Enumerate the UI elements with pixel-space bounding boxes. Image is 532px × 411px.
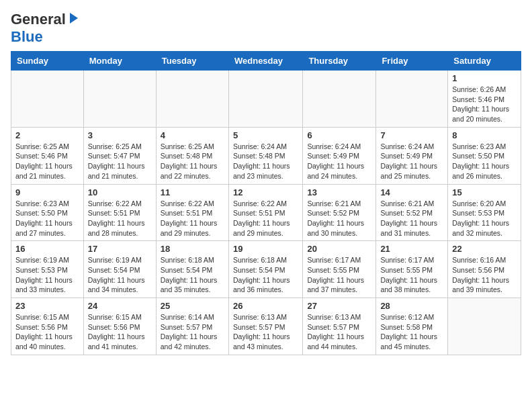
weekday-header-monday: Monday — [83, 52, 156, 71]
logo: General Blue — [11, 11, 79, 46]
calendar-cell: 1Sunrise: 6:26 AM Sunset: 5:46 PM Daylig… — [448, 71, 521, 128]
day-info: Sunrise: 6:18 AM Sunset: 5:54 PM Dayligh… — [161, 255, 224, 295]
day-number: 9 — [15, 187, 79, 197]
calendar-cell — [303, 71, 376, 128]
day-info: Sunrise: 6:24 AM Sunset: 5:49 PM Dayligh… — [380, 142, 443, 181]
calendar-cell: 14Sunrise: 6:21 AM Sunset: 5:52 PM Dayli… — [376, 184, 448, 241]
day-info: Sunrise: 6:22 AM Sunset: 5:51 PM Dayligh… — [88, 199, 152, 238]
day-number: 18 — [161, 244, 224, 254]
weekday-header-thursday: Thursday — [303, 52, 376, 71]
weekday-header-friday: Friday — [376, 52, 448, 71]
calendar-week-2: 2Sunrise: 6:25 AM Sunset: 5:46 PM Daylig… — [11, 127, 521, 184]
svg-marker-0 — [70, 13, 78, 24]
page-header: General Blue — [11, 11, 521, 46]
day-number: 8 — [452, 130, 517, 140]
calendar-cell: 12Sunrise: 6:22 AM Sunset: 5:51 PM Dayli… — [228, 184, 302, 241]
calendar-cell: 27Sunrise: 6:13 AM Sunset: 5:57 PM Dayli… — [303, 298, 376, 355]
calendar-cell: 16Sunrise: 6:19 AM Sunset: 5:53 PM Dayli… — [11, 241, 84, 298]
day-info: Sunrise: 6:23 AM Sunset: 5:50 PM Dayligh… — [452, 142, 517, 181]
calendar-cell: 5Sunrise: 6:24 AM Sunset: 5:48 PM Daylig… — [228, 127, 302, 184]
weekday-header-saturday: Saturday — [448, 52, 521, 71]
day-info: Sunrise: 6:13 AM Sunset: 5:57 PM Dayligh… — [233, 312, 298, 352]
day-number: 19 — [233, 244, 298, 254]
calendar-week-1: 1Sunrise: 6:26 AM Sunset: 5:46 PM Daylig… — [11, 71, 521, 128]
day-info: Sunrise: 6:13 AM Sunset: 5:57 PM Dayligh… — [307, 312, 371, 352]
calendar-cell — [156, 71, 228, 128]
calendar-cell: 11Sunrise: 6:22 AM Sunset: 5:51 PM Dayli… — [156, 184, 228, 241]
calendar-cell: 23Sunrise: 6:15 AM Sunset: 5:56 PM Dayli… — [11, 298, 84, 355]
weekday-header-wednesday: Wednesday — [228, 52, 302, 71]
calendar-cell: 8Sunrise: 6:23 AM Sunset: 5:50 PM Daylig… — [448, 127, 521, 184]
day-info: Sunrise: 6:17 AM Sunset: 5:55 PM Dayligh… — [380, 255, 443, 295]
day-number: 6 — [307, 130, 371, 140]
day-info: Sunrise: 6:17 AM Sunset: 5:55 PM Dayligh… — [307, 255, 371, 295]
weekday-header-tuesday: Tuesday — [156, 52, 228, 71]
day-info: Sunrise: 6:22 AM Sunset: 5:51 PM Dayligh… — [161, 199, 224, 238]
calendar-week-3: 9Sunrise: 6:23 AM Sunset: 5:50 PM Daylig… — [11, 184, 521, 241]
day-info: Sunrise: 6:22 AM Sunset: 5:51 PM Dayligh… — [233, 199, 298, 238]
day-info: Sunrise: 6:19 AM Sunset: 5:54 PM Dayligh… — [88, 255, 152, 295]
calendar-table: SundayMondayTuesdayWednesdayThursdayFrid… — [11, 51, 521, 355]
calendar-cell: 2Sunrise: 6:25 AM Sunset: 5:46 PM Daylig… — [11, 127, 84, 184]
day-info: Sunrise: 6:19 AM Sunset: 5:53 PM Dayligh… — [15, 255, 79, 295]
day-number: 27 — [307, 301, 371, 311]
day-info: Sunrise: 6:20 AM Sunset: 5:53 PM Dayligh… — [452, 199, 517, 238]
day-number: 13 — [307, 187, 371, 197]
day-info: Sunrise: 6:14 AM Sunset: 5:57 PM Dayligh… — [161, 312, 224, 352]
day-number: 22 — [452, 244, 517, 254]
day-number: 5 — [233, 130, 298, 140]
calendar-cell: 19Sunrise: 6:18 AM Sunset: 5:54 PM Dayli… — [228, 241, 302, 298]
day-number: 14 — [380, 187, 443, 197]
day-number: 23 — [15, 301, 79, 311]
day-number: 26 — [233, 301, 298, 311]
day-info: Sunrise: 6:24 AM Sunset: 5:49 PM Dayligh… — [307, 142, 371, 181]
day-number: 10 — [88, 187, 152, 197]
day-number: 1 — [452, 73, 517, 83]
day-info: Sunrise: 6:23 AM Sunset: 5:50 PM Dayligh… — [15, 199, 79, 238]
calendar-cell: 18Sunrise: 6:18 AM Sunset: 5:54 PM Dayli… — [156, 241, 228, 298]
calendar-cell: 22Sunrise: 6:16 AM Sunset: 5:56 PM Dayli… — [448, 241, 521, 298]
day-number: 3 — [88, 130, 152, 140]
calendar-cell: 3Sunrise: 6:25 AM Sunset: 5:47 PM Daylig… — [83, 127, 156, 184]
day-info: Sunrise: 6:25 AM Sunset: 5:48 PM Dayligh… — [161, 142, 224, 181]
day-info: Sunrise: 6:15 AM Sunset: 5:56 PM Dayligh… — [88, 312, 152, 352]
calendar-cell: 21Sunrise: 6:17 AM Sunset: 5:55 PM Dayli… — [376, 241, 448, 298]
day-number: 28 — [380, 301, 443, 311]
day-number: 24 — [88, 301, 152, 311]
day-info: Sunrise: 6:12 AM Sunset: 5:58 PM Dayligh… — [380, 312, 443, 352]
day-number: 15 — [452, 187, 517, 197]
day-info: Sunrise: 6:15 AM Sunset: 5:56 PM Dayligh… — [15, 312, 79, 352]
calendar-cell: 28Sunrise: 6:12 AM Sunset: 5:58 PM Dayli… — [376, 298, 448, 355]
calendar-cell: 26Sunrise: 6:13 AM Sunset: 5:57 PM Dayli… — [228, 298, 302, 355]
calendar-cell: 13Sunrise: 6:21 AM Sunset: 5:52 PM Dayli… — [303, 184, 376, 241]
day-number: 2 — [15, 130, 79, 140]
day-number: 20 — [307, 244, 371, 254]
day-number: 17 — [88, 244, 152, 254]
day-number: 25 — [161, 301, 224, 311]
calendar-week-4: 16Sunrise: 6:19 AM Sunset: 5:53 PM Dayli… — [11, 241, 521, 298]
calendar-cell — [448, 298, 521, 355]
weekday-header-sunday: Sunday — [11, 52, 84, 71]
day-info: Sunrise: 6:25 AM Sunset: 5:46 PM Dayligh… — [15, 142, 79, 181]
calendar-cell: 25Sunrise: 6:14 AM Sunset: 5:57 PM Dayli… — [156, 298, 228, 355]
day-number: 21 — [380, 244, 443, 254]
day-info: Sunrise: 6:16 AM Sunset: 5:56 PM Dayligh… — [452, 255, 517, 295]
calendar-cell: 4Sunrise: 6:25 AM Sunset: 5:48 PM Daylig… — [156, 127, 228, 184]
day-number: 4 — [161, 130, 224, 140]
calendar-cell — [83, 71, 156, 128]
day-info: Sunrise: 6:24 AM Sunset: 5:48 PM Dayligh… — [233, 142, 298, 181]
logo-blue-text: Blue — [11, 28, 43, 45]
day-info: Sunrise: 6:21 AM Sunset: 5:52 PM Dayligh… — [380, 199, 443, 238]
calendar-cell: 24Sunrise: 6:15 AM Sunset: 5:56 PM Dayli… — [83, 298, 156, 355]
logo-general-text: General — [11, 11, 66, 28]
day-number: 11 — [161, 187, 224, 197]
day-info: Sunrise: 6:25 AM Sunset: 5:47 PM Dayligh… — [88, 142, 152, 181]
calendar-cell — [376, 71, 448, 128]
day-info: Sunrise: 6:18 AM Sunset: 5:54 PM Dayligh… — [233, 255, 298, 295]
day-number: 12 — [233, 187, 298, 197]
calendar-cell: 9Sunrise: 6:23 AM Sunset: 5:50 PM Daylig… — [11, 184, 84, 241]
logo-triangle-icon — [66, 11, 79, 28]
day-info: Sunrise: 6:26 AM Sunset: 5:46 PM Dayligh… — [452, 85, 517, 124]
calendar-cell: 20Sunrise: 6:17 AM Sunset: 5:55 PM Dayli… — [303, 241, 376, 298]
calendar-week-5: 23Sunrise: 6:15 AM Sunset: 5:56 PM Dayli… — [11, 298, 521, 355]
